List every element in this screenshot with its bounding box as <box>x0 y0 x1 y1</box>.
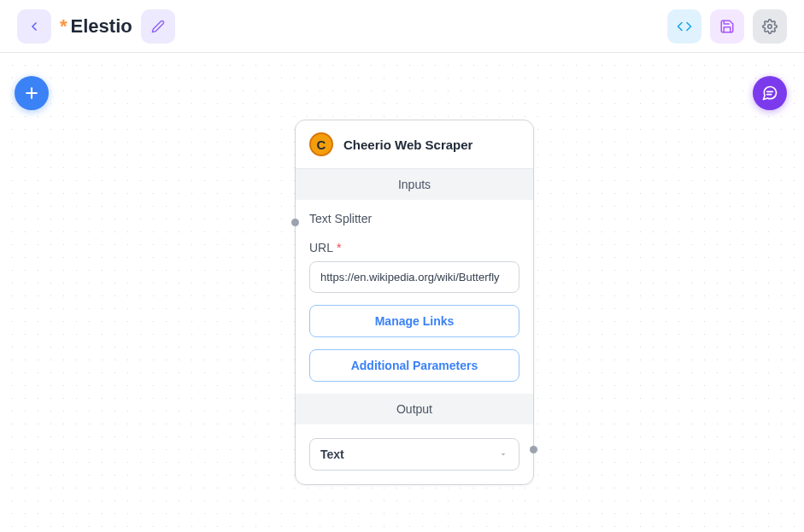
node-output-body: Text <box>296 424 533 484</box>
output-section-label: Output <box>296 394 533 424</box>
chat-icon <box>761 85 778 102</box>
settings-button[interactable] <box>753 9 787 44</box>
page-title: Elestio <box>71 15 132 38</box>
save-icon <box>719 19 735 34</box>
title-wrap: * Elestio <box>60 15 132 38</box>
required-indicator: * <box>337 241 341 254</box>
plus-icon <box>23 85 40 102</box>
cheerio-icon: C <box>309 132 333 156</box>
header-right <box>667 9 787 44</box>
inputs-section-label: Inputs <box>296 169 533 200</box>
node-header[interactable]: C Cheerio Web Scraper <box>296 120 533 169</box>
chevron-down-icon <box>498 449 508 459</box>
chat-button[interactable] <box>753 76 787 110</box>
svg-point-0 <box>768 24 772 28</box>
url-input[interactable] <box>309 261 519 293</box>
edit-button[interactable] <box>141 9 175 44</box>
url-field-label: URL * <box>309 241 519 254</box>
text-splitter-label: Text Splitter <box>309 212 519 225</box>
output-port[interactable] <box>530 446 537 453</box>
gear-icon <box>762 19 778 34</box>
save-button[interactable] <box>710 9 744 44</box>
back-button[interactable] <box>17 9 51 44</box>
modified-indicator: * <box>60 15 67 38</box>
output-select[interactable]: Text <box>309 438 519 471</box>
node-cheerio-scraper[interactable]: C Cheerio Web Scraper Inputs Text Splitt… <box>295 120 534 485</box>
header: * Elestio <box>0 0 804 53</box>
pencil-icon <box>151 20 165 33</box>
node-inputs-body: Text Splitter URL * Manage Links Additio… <box>296 200 533 394</box>
add-node-button[interactable] <box>15 76 49 110</box>
code-button[interactable] <box>667 9 701 44</box>
url-label-text: URL <box>309 241 333 254</box>
chevron-left-icon <box>27 20 41 33</box>
manage-links-button[interactable]: Manage Links <box>309 305 519 337</box>
code-icon <box>677 19 692 34</box>
canvas[interactable]: C Cheerio Web Scraper Inputs Text Splitt… <box>0 53 804 532</box>
node-title: Cheerio Web Scraper <box>343 137 472 152</box>
header-left: * Elestio <box>17 9 175 44</box>
additional-params-button[interactable]: Additional Parameters <box>309 349 519 382</box>
output-select-value: Text <box>320 447 344 461</box>
input-port[interactable] <box>291 219 299 226</box>
